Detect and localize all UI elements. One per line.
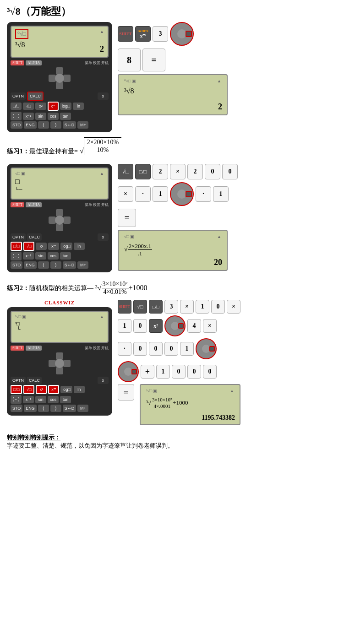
- sd-btn[interactable]: S↔D: [63, 121, 76, 129]
- k-0i[interactable]: 0: [187, 365, 201, 379]
- sd-btn-2[interactable]: S↔D: [63, 261, 76, 269]
- k-0j[interactable]: 0: [203, 365, 217, 379]
- optn-btn-2[interactable]: OPTN: [11, 233, 26, 241]
- sd-btn-3[interactable]: S↔D: [63, 405, 76, 412]
- k-0e[interactable]: 0: [133, 342, 147, 356]
- cos-btn-3[interactable]: cos: [48, 396, 59, 403]
- k-2a[interactable]: 2: [153, 164, 168, 179]
- tan-btn-2[interactable]: tan: [60, 252, 71, 260]
- log-btn-3[interactable]: log□: [60, 386, 72, 393]
- neg-btn-2[interactable]: (－): [11, 252, 22, 260]
- sto-btn-3[interactable]: STO: [11, 405, 22, 412]
- dpad-down[interactable]: [56, 82, 63, 89]
- sin-btn[interactable]: sin: [35, 113, 46, 120]
- k-0h[interactable]: 0: [172, 365, 186, 379]
- x2-btn[interactable]: x²: [35, 103, 46, 110]
- step-3-key[interactable]: 3: [153, 26, 168, 42]
- calc-btn-2[interactable]: CALC: [27, 233, 42, 241]
- k-frac-2[interactable]: □/□: [135, 164, 151, 179]
- rparen-btn-3[interactable]: ): [50, 405, 61, 412]
- k-mul3a[interactable]: ×: [180, 300, 194, 314]
- ln-btn-3[interactable]: ln: [74, 386, 85, 393]
- x2-btn-3[interactable]: x²: [36, 385, 47, 394]
- k-eq3[interactable]: =: [118, 384, 134, 400]
- mplus-btn[interactable]: M+: [77, 121, 88, 129]
- dpad-2[interactable]: [48, 208, 71, 232]
- lparen-btn-2[interactable]: (: [38, 261, 49, 269]
- lparen-btn-3[interactable]: (: [38, 405, 49, 412]
- k-plus3[interactable]: +: [141, 365, 154, 379]
- k-0c[interactable]: 0: [211, 300, 225, 314]
- k-0f[interactable]: 0: [149, 342, 163, 356]
- k-mul2[interactable]: ×: [118, 186, 133, 202]
- sin-btn-2[interactable]: sin: [35, 252, 46, 260]
- tan-btn[interactable]: tan: [60, 113, 71, 120]
- k-shift-3[interactable]: SHIFT: [118, 300, 131, 314]
- k-0b[interactable]: 0: [222, 164, 238, 179]
- k-dpad3[interactable]: [164, 315, 186, 336]
- sqrt-btn-3[interactable]: √□: [23, 385, 34, 394]
- k-3a[interactable]: 3: [164, 300, 178, 314]
- k-1f[interactable]: 1: [156, 365, 170, 379]
- k-0g[interactable]: 0: [164, 342, 178, 356]
- dpad-right-2[interactable]: [63, 216, 71, 224]
- optn-btn-3[interactable]: OPTN: [11, 377, 26, 384]
- ln-btn[interactable]: ln: [73, 103, 84, 110]
- calc-btn-3[interactable]: CALC: [27, 377, 42, 384]
- dpad-right-3[interactable]: [63, 360, 71, 367]
- x-btn[interactable]: x: [98, 92, 109, 100]
- eng-btn-2[interactable]: ENG: [24, 261, 37, 269]
- dpad-1[interactable]: [48, 66, 71, 90]
- sin-btn-3[interactable]: sin: [35, 396, 46, 403]
- sto-btn[interactable]: STO: [11, 121, 22, 129]
- ln-btn-2[interactable]: ln: [74, 243, 85, 250]
- k-4a[interactable]: 4: [187, 319, 201, 333]
- dpad-3[interactable]: [48, 352, 71, 375]
- dpad-down-3[interactable]: [56, 367, 63, 374]
- step-dpad1-key[interactable]: [170, 22, 194, 46]
- dpad-right[interactable]: [63, 75, 71, 82]
- sto-btn-2[interactable]: STO: [11, 261, 22, 269]
- x-btn-3[interactable]: x: [98, 377, 109, 384]
- xinv-btn[interactable]: x⁻¹: [23, 113, 34, 120]
- k-1a[interactable]: 1: [153, 186, 168, 202]
- x2-btn-2[interactable]: x²: [36, 243, 47, 250]
- k-mul3b[interactable]: ×: [227, 300, 240, 314]
- sqrt-btn[interactable]: √□: [23, 103, 34, 110]
- k-2b[interactable]: 2: [187, 164, 203, 179]
- eng-btn-3[interactable]: ENG: [24, 405, 37, 412]
- neg-btn[interactable]: (－): [11, 112, 22, 120]
- xm-btn-2[interactable]: xᵐ: [48, 243, 59, 250]
- xinv-btn-3[interactable]: x⁻¹: [23, 396, 34, 403]
- rparen-btn[interactable]: ): [50, 121, 61, 129]
- cos-btn[interactable]: cos: [48, 113, 59, 120]
- k-dot1[interactable]: ·: [135, 186, 151, 202]
- fraction-btn-2[interactable]: □/□: [11, 242, 22, 251]
- xm-btn-3[interactable]: xᵐ: [48, 385, 59, 394]
- step-xm-key[interactable]: √6 HEX xᵐ: [135, 26, 151, 42]
- k-sqrt-2[interactable]: √□: [118, 164, 133, 179]
- k-1d[interactable]: 1: [118, 319, 131, 333]
- k-frac-3[interactable]: □/□: [149, 300, 163, 314]
- step-8-key[interactable]: 8: [118, 49, 141, 71]
- step-eq-key[interactable]: =: [142, 49, 165, 71]
- dpad-center-2[interactable]: [55, 216, 64, 225]
- k-mul1[interactable]: ×: [170, 164, 186, 179]
- k-dot3a[interactable]: ·: [118, 342, 131, 356]
- k-0d[interactable]: 0: [133, 319, 147, 333]
- k-eq2[interactable]: =: [118, 209, 136, 227]
- k-0a[interactable]: 0: [205, 164, 220, 179]
- k-1c[interactable]: 1: [196, 300, 209, 314]
- fraction-btn-3[interactable]: □/□: [11, 385, 22, 394]
- tan-btn-3[interactable]: tan: [60, 396, 71, 403]
- x-btn-2[interactable]: x: [98, 233, 109, 241]
- log-btn[interactable]: log□: [60, 103, 71, 110]
- optn-btn[interactable]: OPTN: [11, 92, 26, 100]
- k-dpad5[interactable]: [118, 361, 139, 382]
- step-shift-key[interactable]: SHIFT: [118, 26, 133, 42]
- k-sqrt-3[interactable]: √□: [133, 300, 147, 314]
- fraction-btn[interactable]: □/□: [11, 103, 22, 110]
- calc-btn[interactable]: CALC: [27, 92, 44, 101]
- xinv-btn-2[interactable]: x⁻¹: [23, 252, 34, 260]
- dpad-center[interactable]: [55, 74, 64, 83]
